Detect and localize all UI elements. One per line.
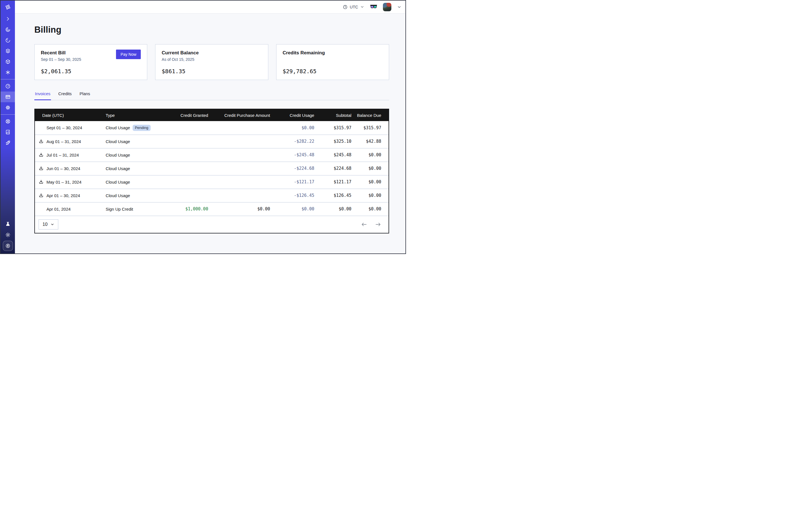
download-icon [39,193,44,198]
rocket-icon [5,140,11,145]
credit-granted-value: $1,000.00 [169,202,208,216]
chevron-down-icon [360,5,364,9]
credit-purchase-amount-value [208,121,270,135]
download-invoice-button[interactable] [39,139,44,144]
credits-remaining-card: Credits Remaining $29,782.65 [276,44,389,80]
next-page-button[interactable] [375,221,381,227]
live-view-icon [5,27,11,32]
col-balance-due: Balance Due [351,109,389,121]
credit-usage-value: $0.00 [270,202,314,216]
timezone-selector[interactable]: UTC [343,4,364,9]
credit-usage-value: -$126.45 [270,189,314,202]
layers-icon [5,48,11,54]
credit-usage-value: $0.00 [270,121,314,135]
sidebar-item-home[interactable] [1,1,15,13]
sidebar-item-labs[interactable] [1,219,15,229]
sidebar-item-expand[interactable] [1,13,15,24]
page-size-select[interactable]: 10 [39,219,58,229]
balance-due-value: $315.97 [351,121,389,135]
sidebar-item-docs[interactable] [1,127,15,137]
credits-remaining-title: Credits Remaining [283,50,383,56]
sidebar-item-billing[interactable] [1,91,15,102]
invoice-type: Cloud Usage [105,125,130,130]
dollar-badge-icon [5,243,11,249]
balance-due-value: $0.00 [351,202,389,216]
invoice-type: Cloud Usage [105,193,130,198]
current-balance-amount: $861.35 [162,68,262,75]
modal-logo-icon [5,4,11,10]
tab-plans[interactable]: Plans [79,91,91,100]
col-subtotal: Subtotal [314,109,351,121]
subtotal-value: $126.45 [314,189,351,202]
timezone-label: UTC [350,5,358,9]
sidebar-item-live[interactable] [1,24,15,35]
credits-button[interactable] [3,241,13,251]
invoice-date: Jun 01 – 30, 2024 [46,166,80,171]
sidebar-item-layers[interactable] [1,46,15,56]
previous-page-button[interactable] [361,221,367,227]
recent-bill-title: Recent Bill [41,50,81,56]
pay-now-button[interactable]: Pay Now [116,50,141,59]
sun-icon [5,232,11,238]
col-credit-usage: Credit Usage [270,109,314,121]
col-credit-granted: Credit Granted [169,109,208,121]
recent-bill-amount: $2,061.35 [41,68,141,75]
current-balance-as-of: As of Oct 15, 2025 [162,57,262,62]
download-invoice-button[interactable] [39,179,44,184]
subtotal-value: $325.10 [314,135,351,148]
balance-due-value: $0.00 [351,148,389,162]
sidebar-item-theme[interactable] [1,229,15,240]
credit-purchase-amount-value [208,135,270,148]
avatar[interactable] [383,3,391,11]
subtotal-value: $0.00 [314,202,351,216]
invoice-date: Sept 01 – 30, 2024 [46,125,82,130]
tab-invoices[interactable]: Invoices [34,91,51,100]
sidebar-item-settings[interactable] [1,102,15,113]
balance-due-value: $0.00 [351,162,389,175]
invoice-type: Cloud Usage [105,180,130,184]
subtotal-value: $315.97 [314,121,351,135]
main-area: UTC Billing Recent Bill [15,1,405,253]
invoices-table: Date (UTC) Type Credit Granted Credit Pu… [35,109,389,216]
page-size-value: 10 [43,222,48,227]
invoice-row: Sept 01 – 30, 2024 Cloud UsagePending $0… [35,121,389,135]
download-invoice-button[interactable] [39,193,44,198]
arrow-right-icon [375,221,381,227]
invoice-date: Aug 01 – 31, 2024 [46,139,81,144]
download-invoice-button[interactable] [39,166,44,171]
sidebar [1,1,15,253]
billing-page: Billing Recent Bill Sep 01 – Sep 30, 202… [15,13,405,253]
theater-mode-button[interactable] [370,4,377,9]
invoice-row: Aug 01 – 31, 2024 Cloud Usage -$282.22 $… [35,135,389,148]
summary-cards: Recent Bill Sep 01 – Sep 30, 2025 Pay No… [34,44,389,80]
table-header-row: Date (UTC) Type Credit Granted Credit Pu… [35,109,389,121]
billing-tabs: Invoices Credits Plans [34,91,389,100]
balance-due-value: $42.88 [351,135,389,148]
recent-bill-card: Recent Bill Sep 01 – Sep 30, 2025 Pay No… [34,44,147,80]
credit-granted-value [169,162,208,175]
sidebar-item-getting-started[interactable] [1,137,15,148]
credit-usage-value: -$245.48 [270,148,314,162]
history-timer-icon [5,37,11,43]
sidebar-item-support[interactable] [1,116,15,127]
download-icon [39,152,44,158]
subtotal-value: $224.68 [314,162,351,175]
sidebar-item-usage[interactable] [1,81,15,91]
3d-glasses-icon [370,4,377,9]
credit-usage-value: -$121.17 [270,175,314,189]
current-balance-card: Current Balance As of Oct 15, 2025 $861.… [155,44,268,80]
pagination-bar: 10 [35,216,389,233]
clock-icon [343,4,348,9]
tab-credits[interactable]: Credits [58,91,72,100]
sidebar-item-history[interactable] [1,35,15,46]
col-date: Date (UTC) [35,109,105,121]
sidebar-item-apps[interactable] [1,67,15,78]
credit-usage-value: -$282.22 [270,135,314,148]
invoice-row: Jun 01 – 30, 2024 Cloud Usage -$224.68 $… [35,162,389,175]
col-credit-purchase-amount: Credit Purchase Amount [208,109,270,121]
download-invoice-button[interactable] [39,152,44,158]
recent-bill-period: Sep 01 – Sep 30, 2025 [41,57,81,62]
sidebar-item-containers[interactable] [1,56,15,67]
credit-purchase-amount-value: $0.00 [208,202,270,216]
chevron-down-icon[interactable] [397,5,401,9]
